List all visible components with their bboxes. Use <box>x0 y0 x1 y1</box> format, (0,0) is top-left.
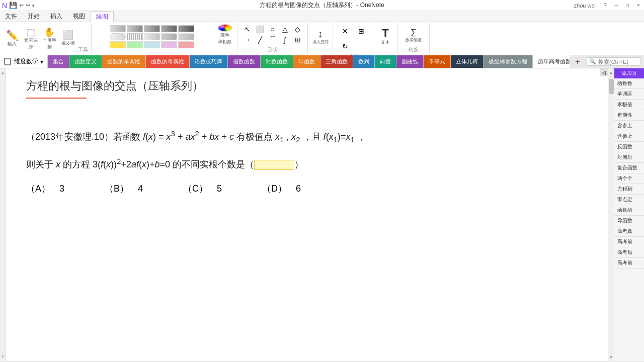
delete-btn[interactable]: ✕ <box>338 24 353 38</box>
tools-items: ✏️ 输入 ⬚ 套索选择 ✋ 全屏手势 ⬜ 橡皮擦 <box>3 28 77 49</box>
sidebar-item-4[interactable]: 含参上 <box>614 121 644 131</box>
right-scrollbar: ▲ ▼ <box>608 68 614 361</box>
tab-trig[interactable]: 三角函数 <box>320 55 353 68</box>
shape-circle[interactable]: ○ <box>267 24 279 34</box>
tab-monotone[interactable]: 函数的单调性 <box>102 55 146 68</box>
tab-draw[interactable]: 绘图 <box>91 11 114 22</box>
sidebar-item-3[interactable]: 奇偶性 <box>614 110 644 121</box>
sidebar-item-2[interactable]: 求极值 <box>614 100 644 110</box>
search-input[interactable] <box>598 59 638 65</box>
shape-arrow[interactable]: ↖ <box>242 24 254 34</box>
shape-more[interactable]: ⊞ <box>292 35 304 45</box>
left-scroll-down[interactable]: ▼ <box>1 352 5 361</box>
scroll-down-btn[interactable]: ▼ <box>608 353 614 361</box>
highlighter3[interactable] <box>144 41 160 48</box>
sidebar-item-8[interactable]: 复合函数 <box>614 163 644 173</box>
math-ink-btn[interactable]: ∑ 数学墨迹 <box>401 24 426 46</box>
sidebar-add-header[interactable]: 添加页 <box>614 68 644 78</box>
color-button[interactable]: 颜色和相似 <box>216 24 234 45</box>
sidebar-item-11[interactable]: 零点定 <box>614 195 644 205</box>
sidebar-item-16[interactable]: 高考后 <box>614 247 644 258</box>
highlighter4[interactable] <box>161 41 177 48</box>
tab-view[interactable]: 视图 <box>68 11 91 22</box>
input-btn[interactable]: ✏️ 输入 <box>3 28 21 49</box>
pen10[interactable] <box>178 33 194 40</box>
shape-right-arrow[interactable]: → <box>242 35 254 45</box>
tab-derivative[interactable]: 导函数 <box>293 55 320 68</box>
shape-diamond[interactable]: ◇ <box>292 24 304 34</box>
quick-redo[interactable]: ↪ <box>26 2 30 9</box>
minimize-button[interactable]: ─ <box>611 0 622 11</box>
left-scroll-up[interactable]: ▲ <box>1 68 5 77</box>
text-btn[interactable]: T 文本 <box>376 24 394 49</box>
shape-triangle[interactable]: △ <box>279 24 291 34</box>
tab-exp[interactable]: 指数函数 <box>228 55 261 68</box>
tab-function-def[interactable]: 函数定义 <box>69 55 102 68</box>
tab-exam[interactable]: 历年高考函数真题分类 <box>533 55 570 68</box>
pen7[interactable] <box>127 33 143 40</box>
eraser-btn[interactable]: ⬜ 橡皮擦 <box>59 28 77 49</box>
insert-space-btn[interactable]: ↕ 插入空间 <box>311 24 330 49</box>
pen2[interactable] <box>127 25 143 32</box>
sidebar-item-15[interactable]: 高考前 <box>614 237 644 247</box>
scroll-up-btn[interactable]: ▲ <box>608 68 614 76</box>
sidebar-item-6[interactable]: 反函数 <box>614 142 644 152</box>
ribbon-toolbar: ✏️ 输入 ⬚ 套索选择 ✋ 全屏手势 ⬜ 橡皮擦 工具 <box>0 22 644 55</box>
pen6[interactable] <box>110 33 126 40</box>
quick-undo[interactable]: ↩ <box>19 2 24 9</box>
pen5[interactable] <box>178 25 194 32</box>
section-add-btn[interactable]: + <box>572 56 584 68</box>
tab-solid[interactable]: 立体几何 <box>451 55 484 68</box>
tab-parity[interactable]: 函数的奇偶性 <box>146 55 190 68</box>
highlighter5[interactable] <box>178 41 194 48</box>
sidebar-item-5[interactable]: 含参上 <box>614 131 644 142</box>
pen8[interactable] <box>144 33 160 40</box>
select-btn[interactable]: ⬚ 套索选择 <box>22 28 40 49</box>
rotate-btn[interactable]: ↻ <box>338 39 353 53</box>
help-button[interactable]: ? <box>600 0 611 11</box>
sidebar-item-7[interactable]: 对偶对 <box>614 152 644 163</box>
sidebar-item-0[interactable]: 函数数 <box>614 78 644 89</box>
sidebar-item-1[interactable]: 单调区 <box>614 89 644 100</box>
shape-line[interactable]: ╱ <box>254 35 266 45</box>
tools-label: 工具 <box>78 46 88 53</box>
shape-integral[interactable]: ∫ <box>279 35 291 45</box>
tab-inequality[interactable]: 不等式 <box>424 55 451 68</box>
sidebar-item-17[interactable]: 高考前 <box>614 258 644 268</box>
tab-sequence[interactable]: 数列 <box>353 55 375 68</box>
pen3[interactable] <box>144 25 160 32</box>
scroll-track <box>608 76 614 353</box>
arrange-btn[interactable]: ⊞ <box>354 24 369 38</box>
tab-polar[interactable]: 极坐标参数方程 <box>484 55 533 68</box>
tab-home[interactable]: 开始 <box>23 11 45 22</box>
color-group: 颜色和相似 <box>212 23 237 54</box>
close-button[interactable]: × <box>633 0 644 11</box>
tab-skills[interactable]: 语数技巧库 <box>190 55 228 68</box>
sidebar-item-10[interactable]: 方程到 <box>614 184 644 195</box>
tab-log[interactable]: 对数函数 <box>261 55 293 68</box>
highlighter2[interactable] <box>127 41 143 48</box>
sidebar-item-14[interactable]: 高考真 <box>614 226 644 237</box>
tab-insert[interactable]: 插入 <box>45 11 68 22</box>
maximize-button[interactable]: □ <box>622 0 633 11</box>
hand-btn[interactable]: ✋ 全屏手势 <box>40 28 58 49</box>
shape-rect[interactable]: ⬜ <box>254 24 266 34</box>
customize-quick[interactable]: ▾ <box>32 3 35 8</box>
shape-curve[interactable]: ⌒ <box>267 35 279 45</box>
pen9[interactable] <box>161 33 177 40</box>
notebook-selector[interactable]: 维度数学 ▾ <box>0 55 48 68</box>
scroll-thumb[interactable] <box>609 79 614 94</box>
highlighter1[interactable] <box>110 41 126 48</box>
pen1[interactable] <box>110 25 126 32</box>
tab-collection[interactable]: 集合 <box>48 55 69 68</box>
sidebar-item-9[interactable]: 两个个 <box>614 173 644 184</box>
sidebar-item-12[interactable]: 函数的 <box>614 205 644 216</box>
collapse-btn[interactable]: ◁ <box>600 68 608 76</box>
sidebar-item-13[interactable]: 导函数 <box>614 216 644 226</box>
quick-save[interactable]: 💾 <box>9 2 17 9</box>
tab-vector[interactable]: 向量 <box>375 55 396 68</box>
tab-conic[interactable]: 圆曲线 <box>396 55 424 68</box>
tab-file[interactable]: 文件 <box>0 11 23 22</box>
pen4[interactable] <box>161 25 177 32</box>
tools-group: ✏️ 输入 ⬚ 套索选择 ✋ 全屏手势 ⬜ 橡皮擦 工具 <box>0 23 92 54</box>
